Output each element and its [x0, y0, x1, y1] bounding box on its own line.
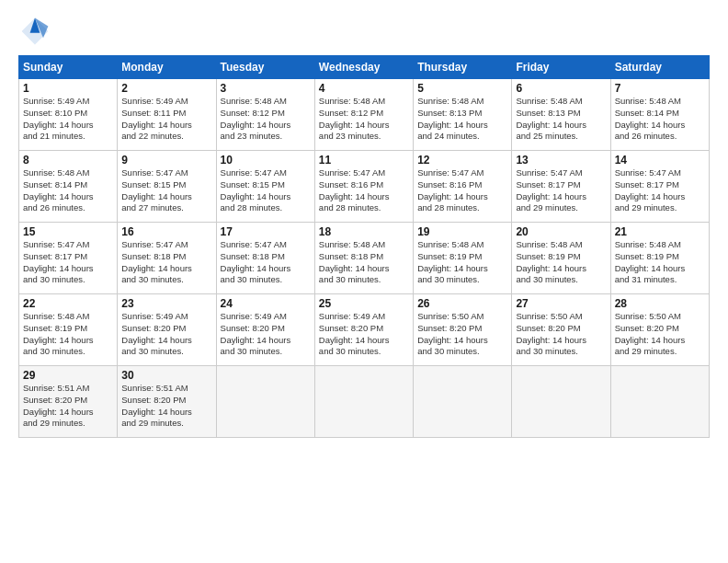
day-info: Sunrise: 5:48 AM Sunset: 8:14 PM Dayligh…: [615, 96, 705, 143]
calendar-cell: 22Sunrise: 5:48 AM Sunset: 8:19 PM Dayli…: [19, 294, 118, 366]
day-info: Sunrise: 5:47 AM Sunset: 8:17 PM Dayligh…: [516, 167, 606, 214]
day-number: 24: [221, 297, 311, 310]
day-number: 29: [23, 369, 113, 382]
day-info: Sunrise: 5:51 AM Sunset: 8:20 PM Dayligh…: [121, 383, 211, 430]
day-number: 16: [121, 225, 211, 238]
day-info: Sunrise: 5:47 AM Sunset: 8:17 PM Dayligh…: [23, 239, 113, 286]
calendar-cell: 16Sunrise: 5:47 AM Sunset: 8:18 PM Dayli…: [118, 223, 216, 294]
logo-icon: [18, 15, 51, 48]
calendar-cell: 28Sunrise: 5:50 AM Sunset: 8:20 PM Dayli…: [610, 294, 709, 366]
day-number: 3: [221, 82, 311, 95]
calendar-week-row: 22Sunrise: 5:48 AM Sunset: 8:19 PM Dayli…: [19, 294, 710, 366]
calendar-cell: 19Sunrise: 5:48 AM Sunset: 8:19 PM Dayli…: [414, 223, 512, 294]
calendar-cell: 11Sunrise: 5:47 AM Sunset: 8:16 PM Dayli…: [314, 151, 413, 223]
day-number: 19: [417, 225, 507, 238]
day-number: 10: [221, 154, 311, 167]
calendar-cell: 1Sunrise: 5:49 AM Sunset: 8:10 PM Daylig…: [19, 79, 118, 151]
weekday-header: Tuesday: [216, 56, 314, 79]
day-number: 5: [417, 82, 507, 95]
calendar-week-row: 8Sunrise: 5:48 AM Sunset: 8:14 PM Daylig…: [19, 151, 710, 223]
day-number: 27: [516, 297, 606, 310]
calendar-cell: [414, 366, 512, 438]
weekday-row: SundayMondayTuesdayWednesdayThursdayFrid…: [19, 56, 710, 79]
calendar-cell: 20Sunrise: 5:48 AM Sunset: 8:19 PM Dayli…: [512, 223, 610, 294]
calendar-cell: [512, 366, 610, 438]
day-number: 28: [615, 297, 705, 310]
calendar-cell: 17Sunrise: 5:47 AM Sunset: 8:18 PM Dayli…: [216, 223, 314, 294]
day-info: Sunrise: 5:49 AM Sunset: 8:20 PM Dayligh…: [121, 311, 211, 358]
calendar-cell: 8Sunrise: 5:48 AM Sunset: 8:14 PM Daylig…: [19, 151, 118, 223]
calendar-cell: 10Sunrise: 5:47 AM Sunset: 8:15 PM Dayli…: [216, 151, 314, 223]
weekday-header: Sunday: [19, 56, 118, 79]
calendar-cell: 6Sunrise: 5:48 AM Sunset: 8:13 PM Daylig…: [512, 79, 610, 151]
weekday-header: Monday: [118, 56, 216, 79]
day-info: Sunrise: 5:48 AM Sunset: 8:19 PM Dayligh…: [516, 239, 606, 286]
day-number: 18: [319, 225, 409, 238]
calendar-week-row: 29Sunrise: 5:51 AM Sunset: 8:20 PM Dayli…: [19, 366, 710, 438]
day-info: Sunrise: 5:47 AM Sunset: 8:17 PM Dayligh…: [615, 167, 705, 214]
day-number: 12: [417, 154, 507, 167]
day-info: Sunrise: 5:49 AM Sunset: 8:11 PM Dayligh…: [121, 96, 211, 143]
calendar-cell: 5Sunrise: 5:48 AM Sunset: 8:13 PM Daylig…: [414, 79, 512, 151]
weekday-header: Wednesday: [314, 56, 413, 79]
day-info: Sunrise: 5:47 AM Sunset: 8:15 PM Dayligh…: [121, 167, 211, 214]
day-number: 9: [121, 154, 211, 167]
day-number: 21: [615, 225, 705, 238]
day-info: Sunrise: 5:47 AM Sunset: 8:18 PM Dayligh…: [221, 239, 311, 286]
day-info: Sunrise: 5:51 AM Sunset: 8:20 PM Dayligh…: [23, 383, 113, 430]
calendar-cell: 15Sunrise: 5:47 AM Sunset: 8:17 PM Dayli…: [19, 223, 118, 294]
page: SundayMondayTuesdayWednesdayThursdayFrid…: [0, 0, 728, 563]
calendar-cell: 13Sunrise: 5:47 AM Sunset: 8:17 PM Dayli…: [512, 151, 610, 223]
day-number: 22: [23, 297, 113, 310]
day-info: Sunrise: 5:49 AM Sunset: 8:20 PM Dayligh…: [319, 311, 409, 358]
day-info: Sunrise: 5:48 AM Sunset: 8:19 PM Dayligh…: [23, 311, 113, 358]
day-info: Sunrise: 5:47 AM Sunset: 8:18 PM Dayligh…: [121, 239, 211, 286]
day-info: Sunrise: 5:47 AM Sunset: 8:16 PM Dayligh…: [319, 167, 409, 214]
day-number: 30: [121, 369, 211, 382]
day-info: Sunrise: 5:48 AM Sunset: 8:19 PM Dayligh…: [417, 239, 507, 286]
calendar-cell: 7Sunrise: 5:48 AM Sunset: 8:14 PM Daylig…: [610, 79, 709, 151]
weekday-header: Saturday: [610, 56, 709, 79]
day-info: Sunrise: 5:48 AM Sunset: 8:18 PM Dayligh…: [319, 239, 409, 286]
calendar-cell: 3Sunrise: 5:48 AM Sunset: 8:12 PM Daylig…: [216, 79, 314, 151]
day-info: Sunrise: 5:49 AM Sunset: 8:10 PM Dayligh…: [23, 96, 113, 143]
calendar-cell: [216, 366, 314, 438]
calendar-cell: 4Sunrise: 5:48 AM Sunset: 8:12 PM Daylig…: [314, 79, 413, 151]
calendar-cell: 24Sunrise: 5:49 AM Sunset: 8:20 PM Dayli…: [216, 294, 314, 366]
day-number: 14: [615, 154, 705, 167]
day-number: 26: [417, 297, 507, 310]
day-number: 17: [221, 225, 311, 238]
calendar-cell: 27Sunrise: 5:50 AM Sunset: 8:20 PM Dayli…: [512, 294, 610, 366]
day-number: 20: [516, 225, 606, 238]
day-info: Sunrise: 5:49 AM Sunset: 8:20 PM Dayligh…: [221, 311, 311, 358]
day-info: Sunrise: 5:48 AM Sunset: 8:19 PM Dayligh…: [615, 239, 705, 286]
day-number: 2: [121, 82, 211, 95]
weekday-header: Thursday: [414, 56, 512, 79]
logo: [18, 15, 55, 48]
day-info: Sunrise: 5:47 AM Sunset: 8:15 PM Dayligh…: [221, 167, 311, 214]
day-number: 15: [23, 225, 113, 238]
calendar-cell: 14Sunrise: 5:47 AM Sunset: 8:17 PM Dayli…: [610, 151, 709, 223]
day-number: 4: [319, 82, 409, 95]
day-number: 23: [121, 297, 211, 310]
calendar-cell: 30Sunrise: 5:51 AM Sunset: 8:20 PM Dayli…: [118, 366, 216, 438]
calendar-cell: 9Sunrise: 5:47 AM Sunset: 8:15 PM Daylig…: [118, 151, 216, 223]
calendar-body: 1Sunrise: 5:49 AM Sunset: 8:10 PM Daylig…: [19, 79, 710, 438]
day-info: Sunrise: 5:48 AM Sunset: 8:12 PM Dayligh…: [221, 96, 311, 143]
header: [18, 15, 710, 48]
calendar-cell: 2Sunrise: 5:49 AM Sunset: 8:11 PM Daylig…: [118, 79, 216, 151]
calendar-cell: [314, 366, 413, 438]
calendar-week-row: 15Sunrise: 5:47 AM Sunset: 8:17 PM Dayli…: [19, 223, 710, 294]
calendar-table: SundayMondayTuesdayWednesdayThursdayFrid…: [18, 55, 710, 438]
day-info: Sunrise: 5:48 AM Sunset: 8:12 PM Dayligh…: [319, 96, 409, 143]
day-info: Sunrise: 5:48 AM Sunset: 8:14 PM Dayligh…: [23, 167, 113, 214]
day-info: Sunrise: 5:48 AM Sunset: 8:13 PM Dayligh…: [417, 96, 507, 143]
day-number: 6: [516, 82, 606, 95]
calendar-cell: 21Sunrise: 5:48 AM Sunset: 8:19 PM Dayli…: [610, 223, 709, 294]
day-info: Sunrise: 5:50 AM Sunset: 8:20 PM Dayligh…: [417, 311, 507, 358]
day-number: 13: [516, 154, 606, 167]
calendar-cell: 18Sunrise: 5:48 AM Sunset: 8:18 PM Dayli…: [314, 223, 413, 294]
day-number: 7: [615, 82, 705, 95]
calendar-cell: 25Sunrise: 5:49 AM Sunset: 8:20 PM Dayli…: [314, 294, 413, 366]
calendar-cell: [610, 366, 709, 438]
